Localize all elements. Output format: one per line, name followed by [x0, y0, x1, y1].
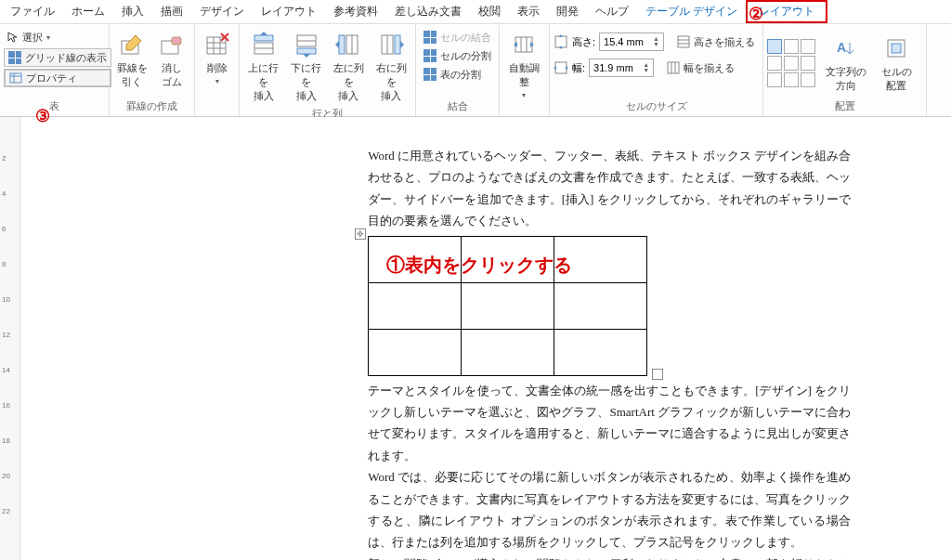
delete-button[interactable]: 削除 ▾: [199, 28, 235, 87]
eraser-label: 消しゴム: [162, 61, 182, 89]
insert-row-above-icon: [251, 30, 277, 59]
insert-below-label: 下に行を 挿入: [288, 61, 325, 103]
group-merge: セルの結合 セルの分割 表の分割 結合: [416, 24, 500, 116]
pencil-icon: [119, 30, 145, 59]
menu-draw[interactable]: 描画: [152, 0, 191, 23]
svg-rect-0: [10, 73, 21, 83]
menu-developer[interactable]: 開発: [548, 0, 587, 23]
align-mid-right[interactable]: [801, 56, 815, 71]
merge-icon: [423, 31, 436, 44]
split-label: セルの分割: [440, 49, 491, 63]
menu-design[interactable]: デザイン: [191, 0, 253, 23]
properties-icon: [9, 72, 22, 84]
vertical-ruler[interactable]: 2 4 6 8 10 12 14 16 18 20 22: [0, 117, 20, 560]
chevron-down-icon: ▾: [215, 77, 219, 85]
menu-layout[interactable]: レイアウト: [253, 0, 325, 23]
align-top-center[interactable]: [784, 39, 799, 54]
insert-below-button[interactable]: 下に行を 挿入: [286, 28, 327, 105]
table-resize-handle[interactable]: [652, 369, 663, 380]
spinner-icon[interactable]: ▲▼: [653, 36, 659, 47]
menu-file[interactable]: ファイル: [2, 0, 63, 23]
distribute-rows-button[interactable]: 高さを揃える: [673, 33, 759, 51]
menu-references[interactable]: 参考資料: [325, 0, 386, 23]
delete-label: 削除: [207, 61, 228, 75]
align-top-right[interactable]: [801, 39, 815, 54]
cell-margins-label: セルの 配置: [881, 65, 912, 93]
width-icon: [554, 60, 568, 75]
height-label: 高さ:: [572, 35, 595, 49]
select-button[interactable]: 選択 ▾: [4, 28, 111, 46]
gridlines-label: グリッド線の表示: [25, 51, 107, 65]
align-bot-left[interactable]: [767, 72, 782, 87]
document-page[interactable]: Word に用意されているヘッダー、フッター、表紙、テキスト ボックス デザイン…: [43, 117, 951, 560]
merge-cells-button[interactable]: セルの結合: [420, 28, 495, 46]
ribbon: 選択 ▾ グリッド線の表示 プロパティ 表 罫線を 引く: [0, 24, 951, 117]
insert-right-label: 右に列を 挿入: [372, 61, 410, 103]
autofit-label: 自動調整: [505, 61, 542, 89]
eraser-button[interactable]: 消しゴム: [153, 28, 191, 91]
properties-button[interactable]: プロパティ: [4, 69, 111, 87]
insert-left-button[interactable]: 左に列を 挿入: [329, 28, 370, 105]
draw-label: 罫線を 引く: [117, 61, 148, 89]
draw-table-button[interactable]: 罫線を 引く: [113, 28, 151, 91]
col-width-control: 幅: 31.9 mm ▲▼: [554, 58, 654, 78]
view-gridlines-button[interactable]: グリッド線の表示: [4, 48, 111, 67]
insert-row-below-icon: [293, 30, 319, 59]
width-label: 幅:: [572, 61, 585, 75]
cell-margins-icon: [885, 33, 907, 63]
menu-review[interactable]: 校閲: [470, 0, 509, 23]
delete-table-icon: [204, 30, 230, 59]
group-delete: 削除 ▾: [195, 24, 240, 116]
paragraph-3[interactable]: Word では、必要に応じてその場に新しいボタンが表示されるため、効率よく操作を…: [368, 466, 851, 553]
split-table-button[interactable]: 表の分割: [420, 65, 495, 84]
autofit-button[interactable]: 自動調整 ▾: [503, 28, 544, 101]
text-direction-icon: A: [835, 33, 857, 63]
select-label: 選択: [22, 31, 43, 45]
paragraph-1[interactable]: Word に用意されているヘッダー、フッター、表紙、テキスト ボックス デザイン…: [368, 145, 851, 232]
menu-help[interactable]: ヘルプ: [587, 0, 637, 23]
spinner-icon[interactable]: ▲▼: [643, 62, 649, 73]
svg-rect-30: [555, 62, 567, 73]
insert-col-left-icon: [335, 30, 361, 59]
table-move-handle[interactable]: ✥: [355, 228, 366, 240]
group-draw-label: 罫線の作成: [113, 99, 190, 114]
alignment-grid: [767, 39, 815, 87]
align-top-left[interactable]: [767, 39, 782, 54]
insert-right-button[interactable]: 右に列を 挿入: [371, 28, 411, 105]
group-cellsize-label: セルのサイズ: [554, 99, 759, 114]
paragraph-2[interactable]: テーマとスタイルを使って、文書全体の統一感を出すこともできます。[デザイン] を…: [368, 380, 851, 467]
menu-view[interactable]: 表示: [509, 0, 548, 23]
svg-rect-27: [678, 36, 689, 47]
annotation-step2: ②: [749, 4, 763, 24]
svg-rect-13: [254, 35, 273, 41]
menu-mailings[interactable]: 差し込み文書: [386, 0, 470, 23]
svg-rect-19: [339, 35, 345, 54]
height-input[interactable]: 15.4 mm ▲▼: [599, 33, 664, 51]
chevron-down-icon: ▾: [46, 33, 50, 42]
distribute-cols-button[interactable]: 幅を揃える: [663, 59, 738, 77]
svg-rect-16: [297, 48, 316, 54]
merge-label: セルの結合: [440, 31, 491, 45]
split-cells-button[interactable]: セルの分割: [420, 46, 495, 65]
insert-above-label: 上に行を 挿入: [245, 61, 282, 103]
menu-table-design[interactable]: テーブル デザイン: [637, 0, 746, 23]
menu-insert[interactable]: 挿入: [113, 0, 152, 23]
insert-above-button[interactable]: 上に行を 挿入: [243, 28, 284, 105]
align-mid-left[interactable]: [767, 56, 782, 71]
paragraph-4[interactable]: 新しい閲覧ビューが導入され、閲覧もさらに便利になりました。文書の一部を折りたたん…: [368, 553, 851, 560]
properties-label: プロパティ: [26, 72, 77, 85]
svg-rect-23: [515, 37, 532, 52]
menu-home[interactable]: ホーム: [63, 0, 113, 23]
align-bot-right[interactable]: [801, 72, 815, 87]
cell-margins-button[interactable]: セルの 配置: [877, 32, 916, 95]
width-input[interactable]: 31.9 mm ▲▼: [589, 59, 654, 77]
row-height-control: 高さ: 15.4 mm ▲▼: [554, 32, 664, 52]
group-align-label: 配置: [767, 99, 922, 114]
group-table: 選択 ▾ グリッド線の表示 プロパティ 表: [0, 24, 110, 116]
align-bot-center[interactable]: [784, 72, 799, 87]
dist-rows-icon: [677, 35, 690, 48]
annotation-step1: ①表内をクリックする: [386, 253, 572, 278]
align-mid-center[interactable]: [784, 56, 799, 71]
text-direction-button[interactable]: A 文字列の 方向: [823, 32, 869, 95]
height-value: 15.4 mm: [604, 36, 644, 47]
